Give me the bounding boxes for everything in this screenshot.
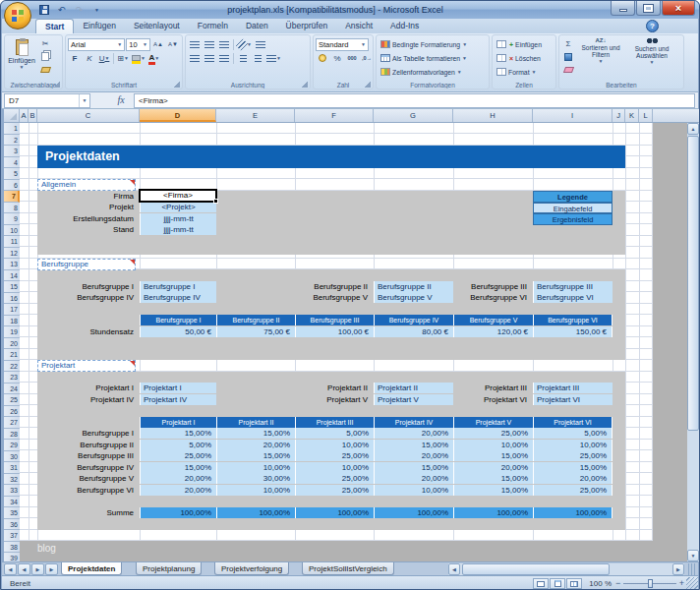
vertical-scroll-thumb[interactable]: [687, 136, 699, 431]
value-cell[interactable]: 15,00%: [533, 462, 612, 473]
column-header-c[interactable]: C: [37, 109, 140, 122]
row-header[interactable]: 27: [4, 417, 20, 429]
matrix-row-label[interactable]: Berufsgruppe III: [37, 450, 138, 461]
input-cell[interactable]: Berufsgruppe IV: [140, 292, 216, 303]
row-header[interactable]: 11: [4, 236, 20, 248]
row-header[interactable]: 19: [4, 326, 20, 338]
help-button[interactable]: ?: [646, 20, 659, 32]
value-cell[interactable]: 80,00 €: [374, 326, 453, 337]
align-right-button[interactable]: [217, 52, 231, 65]
value-cell[interactable]: 20,00%: [374, 473, 453, 484]
table-header[interactable]: Projektart II: [216, 417, 295, 428]
row-header[interactable]: 3: [4, 146, 20, 157]
value-cell[interactable]: 15,00%: [453, 473, 533, 484]
pair-label[interactable]: Berufsgruppe III: [453, 281, 531, 292]
pair-label[interactable]: Projektart IV: [37, 394, 138, 405]
merge-center-button[interactable]: ▼: [265, 52, 282, 65]
minimize-button[interactable]: [611, 1, 635, 16]
value-cell[interactable]: 20,00%: [374, 428, 453, 439]
prev-sheet-button[interactable]: ◀: [18, 563, 30, 575]
pair-label[interactable]: Berufsgruppe I: [37, 281, 138, 292]
value-cell[interactable]: 15,00%: [140, 428, 216, 439]
vertical-scrollbar[interactable]: ▲ ▼: [687, 123, 699, 561]
page-break-view-button[interactable]: [566, 578, 582, 589]
dialog-launcher[interactable]: [174, 82, 180, 88]
value-cell[interactable]: 25,00%: [295, 485, 374, 496]
table-header[interactable]: Berufsgruppe I: [140, 315, 216, 325]
row-header[interactable]: 37: [4, 530, 20, 542]
scroll-right-button[interactable]: ▶: [672, 563, 684, 575]
value-cell[interactable]: 10,00%: [374, 485, 453, 496]
value-cell[interactable]: 15,00%: [140, 462, 216, 473]
borders-button[interactable]: ⊞▼: [116, 52, 130, 65]
row-header[interactable]: 7: [4, 191, 20, 203]
value-cell[interactable]: 25,00%: [453, 428, 533, 439]
column-header-i[interactable]: I: [533, 109, 612, 122]
font-name-combo[interactable]: Arial▼: [68, 38, 125, 51]
next-sheet-button[interactable]: ▶: [31, 563, 44, 575]
row-header[interactable]: 22: [4, 361, 20, 373]
cut-button[interactable]: ✂: [38, 37, 52, 50]
matrix-row-label[interactable]: Berufsgruppe I: [37, 428, 138, 439]
row-header[interactable]: 6: [4, 180, 20, 192]
table-header[interactable]: Projektart III: [295, 417, 374, 428]
zoom-thumb[interactable]: [648, 579, 653, 588]
selected-cell-d7[interactable]: <Firma>: [139, 189, 217, 203]
orientation-button[interactable]: ▼: [236, 38, 253, 51]
align-center-button[interactable]: [203, 52, 216, 65]
row-header[interactable]: 29: [4, 440, 20, 451]
insert-cells-button[interactable]: +Einfügen: [495, 37, 554, 51]
close-button[interactable]: ×: [662, 1, 695, 16]
matrix-row-label[interactable]: Berufsgruppe VI: [37, 485, 138, 496]
table-header[interactable]: Berufsgruppe III: [295, 315, 374, 325]
pair-label[interactable]: Berufsgruppe IV: [37, 292, 138, 303]
value-cell[interactable]: 15,00%: [216, 428, 295, 439]
value-cell[interactable]: 25,00%: [140, 450, 216, 461]
value-cell[interactable]: 15,00%: [374, 462, 453, 473]
table-header[interactable]: Projektart VI: [533, 417, 612, 428]
row-header[interactable]: 21: [4, 349, 20, 361]
input-cell-stand[interactable]: jjjj-mm-tt: [140, 224, 216, 235]
row-header[interactable]: 14: [4, 270, 20, 282]
column-header-e[interactable]: E: [216, 109, 295, 122]
matrix-row-label[interactable]: Berufsgruppe IV: [37, 462, 138, 473]
scroll-down-button[interactable]: ▼: [687, 550, 699, 561]
value-cell[interactable]: 25,00%: [295, 473, 374, 484]
value-cell[interactable]: 5,00%: [140, 440, 216, 450]
field-label-firma[interactable]: Firma: [37, 191, 138, 202]
input-cell[interactable]: Berufsgruppe II: [374, 281, 453, 292]
input-cell-projekt[interactable]: <Projekt>: [140, 202, 216, 212]
field-label-stand[interactable]: Stand: [37, 224, 138, 235]
increase-decimal-button[interactable]: ,0→: [360, 52, 374, 65]
sheet-tab-projektdaten[interactable]: Projektdaten: [61, 562, 122, 575]
input-cell[interactable]: Projektart III: [533, 383, 612, 393]
value-cell[interactable]: 50,00 €: [140, 326, 216, 337]
tab-formeln[interactable]: Formeln: [189, 19, 237, 33]
row-header[interactable]: 35: [4, 507, 20, 519]
sheet-tab-projektsollistvergleich[interactable]: ProjektSollIstVergleich: [302, 562, 394, 575]
row-header[interactable]: 9: [4, 213, 20, 225]
column-header-j[interactable]: J: [612, 109, 625, 122]
tab-ansicht[interactable]: Ansicht: [336, 19, 381, 33]
page-layout-view-button[interactable]: [550, 578, 565, 589]
table-header[interactable]: Berufsgruppe VI: [533, 315, 612, 325]
maximize-button[interactable]: [636, 1, 661, 16]
percent-style-button[interactable]: %: [330, 52, 344, 65]
zoom-slider[interactable]: − +: [615, 576, 684, 590]
value-cell[interactable]: 10,00%: [216, 485, 295, 496]
pair-label[interactable]: Projektart III: [453, 383, 531, 393]
zoom-in-icon[interactable]: +: [679, 576, 684, 590]
value-cell[interactable]: 10,00%: [295, 440, 374, 450]
matrix-row-label[interactable]: Berufsgruppe V: [37, 473, 138, 484]
table-header[interactable]: Berufsgruppe IV: [374, 315, 453, 325]
tab-seitenlayout[interactable]: Seitenlayout: [125, 19, 189, 33]
sum-cell[interactable]: 100,00%: [533, 507, 612, 518]
underline-button[interactable]: U▼: [97, 52, 111, 65]
value-cell[interactable]: 10,00%: [295, 462, 374, 473]
row-header[interactable]: 17: [4, 304, 20, 316]
row-header[interactable]: 25: [4, 394, 20, 406]
copy-button[interactable]: [38, 50, 52, 63]
row-header[interactable]: 10: [4, 225, 20, 237]
zoom-out-icon[interactable]: −: [615, 576, 620, 590]
input-cell[interactable]: Berufsgruppe V: [374, 292, 453, 303]
